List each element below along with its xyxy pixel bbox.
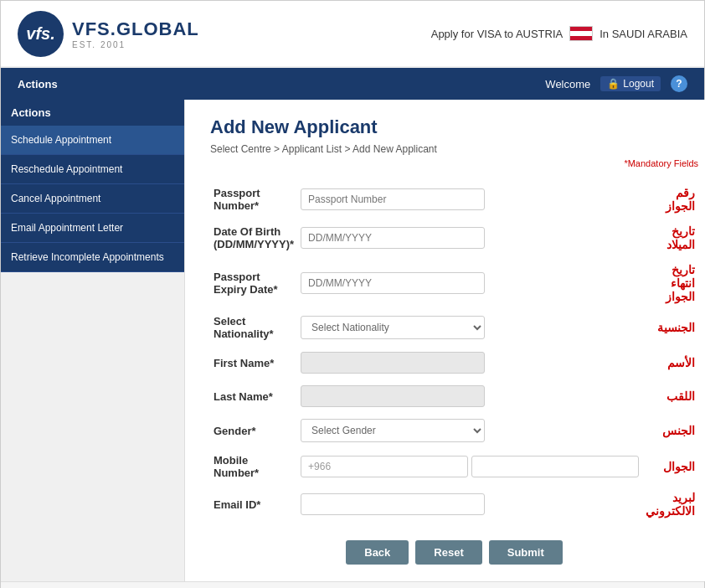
gender-row: Gender* Select Gender Male Female الجنس: [210, 413, 698, 448]
firstname-arabic: الأسم: [642, 346, 698, 379]
nationality-arabic: الجنسية: [642, 309, 698, 346]
header-right: Apply for VISA to AUSTRIA In SAUDI ARABI…: [431, 26, 687, 41]
applicant-form: Passport Number* رقم الجواز Date Of Birt…: [210, 180, 698, 524]
email-label: Email ID*: [210, 485, 297, 524]
country-text: In SAUDI ARABIA: [600, 28, 687, 40]
reset-button[interactable]: Reset: [415, 540, 481, 565]
email-arabic: لبريد الالكتروني: [642, 485, 698, 524]
logout-icon: 🔒: [607, 78, 620, 90]
passport-input-cell: [297, 180, 642, 219]
email-row: Email ID* لبريد الالكتروني: [210, 485, 698, 524]
mobile-number-input[interactable]: [471, 456, 639, 477]
mobile-row: Mobile Number* الجوال: [210, 448, 698, 485]
dob-row: Date Of Birth (DD/MM/YYYY)* تاريخ الميلا…: [210, 219, 698, 257]
firstname-label: First Name*: [210, 346, 297, 379]
logo-icon-text: vfs.: [26, 24, 54, 44]
nationality-input-cell: Select Nationality: [297, 309, 642, 346]
austria-flag-icon: [569, 26, 593, 41]
mobile-input-cell: [297, 448, 642, 485]
sidebar-item-cancel[interactable]: Cancel Appointment: [1, 184, 184, 214]
sidebar-item-email[interactable]: Email Appointment Letter: [1, 214, 184, 243]
dob-label: Date Of Birth (DD/MM/YYYY)*: [210, 219, 297, 257]
firstname-input[interactable]: [301, 352, 485, 374]
mobile-code-input[interactable]: [301, 456, 468, 477]
logo-section: vfs. VFS.GLOBAL EST. 2001: [18, 11, 199, 57]
back-button[interactable]: Back: [346, 540, 409, 565]
sidebar-header: Actions: [1, 100, 184, 126]
firstname-input-cell: [297, 346, 642, 379]
logo-circle: vfs.: [18, 11, 64, 57]
help-button[interactable]: ?: [671, 75, 687, 92]
mandatory-note: *Mandatory Fields: [210, 158, 698, 168]
mobile-group: [301, 456, 639, 477]
firstname-row: First Name* الأسم: [210, 346, 698, 379]
gender-arabic: الجنس: [642, 413, 698, 448]
mobile-arabic: الجوال: [642, 448, 698, 485]
apply-text: Apply for VISA to AUSTRIA: [431, 28, 563, 40]
logout-label: Logout: [623, 78, 654, 90]
lastname-input[interactable]: [301, 385, 485, 407]
gender-label: Gender*: [210, 413, 297, 448]
gender-select[interactable]: Select Gender Male Female: [301, 419, 485, 442]
nav-actions-label: Actions: [18, 78, 58, 90]
passport-label: Passport Number*: [210, 180, 297, 219]
passport-arabic: رقم الجواز: [642, 180, 698, 219]
dob-arabic: تاريخ الميلاد: [642, 219, 698, 257]
gender-input-cell: Select Gender Male Female: [297, 413, 642, 448]
expiry-input[interactable]: [301, 272, 485, 294]
brand-name: VFS.GLOBAL: [72, 18, 199, 40]
lastname-label: Last Name*: [210, 379, 297, 413]
expiry-arabic: تاريخ انتهاء الجواز: [642, 257, 698, 309]
breadcrumb: Select Centre > Applicant List > Add New…: [210, 143, 698, 155]
nav-bar: Actions Welcome 🔒 Logout ?: [1, 68, 704, 100]
dob-input-cell: [297, 219, 642, 257]
email-input[interactable]: [301, 493, 485, 515]
page-title: Add New Applicant: [210, 116, 698, 138]
sidebar-item-reschedule[interactable]: Reschedule Appointment: [1, 155, 184, 184]
sidebar-item-retrieve[interactable]: Retrieve Incomplete Appointments: [1, 243, 184, 272]
sidebar: Actions Schedule Appointment Reschedule …: [1, 100, 185, 581]
expiry-row: Passport Expiry Date* تاريخ انتهاء الجوا…: [210, 257, 698, 309]
lastname-arabic: اللقب: [642, 379, 698, 413]
brand-sub: EST. 2001: [72, 40, 199, 49]
footer: ادخل بيانات الشخصية www.SA1932.com: [1, 581, 704, 588]
nationality-select[interactable]: Select Nationality: [301, 316, 485, 339]
nationality-label: Select Nationality*: [210, 309, 297, 346]
nationality-row: Select Nationality* Select Nationality ا…: [210, 309, 698, 346]
dob-input[interactable]: [301, 227, 485, 249]
logout-button[interactable]: 🔒 Logout: [600, 76, 661, 91]
lastname-row: Last Name* اللقب: [210, 379, 698, 413]
expiry-label: Passport Expiry Date*: [210, 257, 297, 309]
mobile-label: Mobile Number*: [210, 448, 297, 485]
form-buttons: Back Reset Submit: [210, 540, 698, 565]
email-input-cell: [297, 485, 642, 524]
passport-input[interactable]: [301, 188, 485, 210]
submit-button[interactable]: Submit: [489, 540, 563, 565]
body-layout: Actions Schedule Appointment Reschedule …: [1, 100, 704, 581]
nav-welcome: Welcome: [545, 78, 590, 90]
nav-right: Welcome 🔒 Logout ?: [545, 75, 687, 92]
expiry-input-cell: [297, 257, 642, 309]
passport-row: Passport Number* رقم الجواز: [210, 180, 698, 219]
lastname-input-cell: [297, 379, 642, 413]
sidebar-item-schedule[interactable]: Schedule Appointment: [1, 126, 184, 155]
main-content: Add New Applicant Select Centre > Applic…: [185, 100, 705, 581]
header: vfs. VFS.GLOBAL EST. 2001 Apply for VISA…: [1, 1, 704, 68]
logo-text-block: VFS.GLOBAL EST. 2001: [72, 18, 199, 49]
